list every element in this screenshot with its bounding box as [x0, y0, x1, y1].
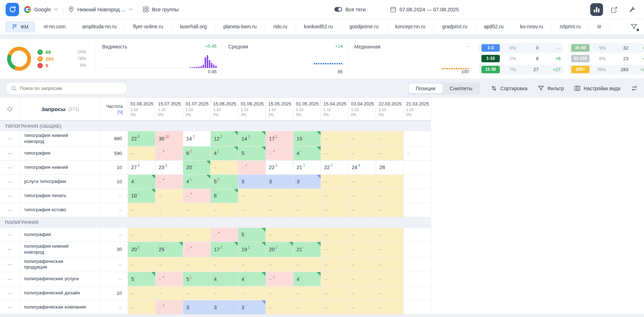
- position-cell[interactable]: --: [183, 286, 211, 300]
- row-handle[interactable]: —: [0, 272, 20, 286]
- row-handle[interactable]: —: [0, 228, 20, 242]
- position-cell[interactable]: --: [376, 272, 404, 286]
- project-tab[interactable]: apd52.ru: [476, 19, 512, 34]
- groups-selector[interactable]: Все группы: [143, 6, 179, 12]
- row-handle[interactable]: —: [0, 189, 20, 203]
- position-cell[interactable]: --: [349, 146, 376, 161]
- query-cell[interactable]: типография печать: [20, 189, 100, 203]
- position-cell[interactable]: --: [266, 189, 293, 203]
- row-handle[interactable]: —: [0, 175, 20, 189]
- position-cell[interactable]: 52: [211, 175, 238, 189]
- position-cell[interactable]: 233: [156, 161, 183, 175]
- chart-view-button[interactable]: [590, 3, 603, 16]
- position-cell[interactable]: --: [293, 257, 321, 272]
- position-cell[interactable]: --: [321, 272, 349, 286]
- position-cell[interactable]: --: [156, 257, 183, 272]
- position-cell[interactable]: --: [293, 228, 321, 242]
- queries-column-header[interactable]: Запросы (371): [20, 98, 100, 121]
- search-input[interactable]: [20, 86, 122, 91]
- position-cell[interactable]: 51: [183, 272, 211, 286]
- tab-positions[interactable]: Позиции: [409, 83, 443, 93]
- position-cell[interactable]: --: [238, 189, 266, 203]
- position-cell[interactable]: 3016: [156, 131, 183, 146]
- row-handle[interactable]: —: [0, 161, 20, 175]
- position-cell[interactable]: 4↑: [293, 146, 321, 161]
- tools-button[interactable]: [626, 3, 638, 16]
- position-cell[interactable]: --: [211, 161, 238, 175]
- position-cell[interactable]: --×: [238, 161, 266, 175]
- row-handle[interactable]: —: [0, 131, 20, 146]
- position-cell[interactable]: --×: [211, 228, 238, 242]
- position-cell[interactable]: --: [183, 203, 211, 217]
- position-cell[interactable]: --: [376, 257, 404, 272]
- position-cell[interactable]: 191: [238, 242, 266, 257]
- position-cell[interactable]: 41: [183, 175, 211, 189]
- position-cell[interactable]: 3↑: [238, 300, 266, 315]
- position-cell[interactable]: --: [349, 131, 376, 146]
- position-cell[interactable]: 5↑: [238, 228, 266, 242]
- position-cell[interactable]: --: [238, 286, 266, 300]
- row-handle[interactable]: —: [0, 146, 20, 161]
- position-cell[interactable]: 221: [266, 161, 293, 175]
- app-logo[interactable]: [6, 3, 19, 16]
- project-tab[interactable]: goodprime.ru: [341, 19, 387, 34]
- position-cell[interactable]: 142: [183, 131, 211, 146]
- position-cell[interactable]: 211: [293, 161, 321, 175]
- tags-toggle[interactable]: Все теги: [334, 7, 365, 12]
- query-cell[interactable]: типография кстово: [20, 203, 100, 217]
- column-header-date[interactable]: 15.04.20251-100%: [321, 98, 349, 121]
- position-cell[interactable]: --: [293, 300, 321, 315]
- position-cell[interactable]: --: [376, 189, 404, 203]
- column-header-date[interactable]: 15.05.20251-101%: [266, 98, 293, 121]
- position-cell[interactable]: 10↑: [128, 189, 156, 203]
- column-header-date[interactable]: 01.07.20251-102%: [183, 98, 211, 121]
- row-handle[interactable]: —: [0, 300, 20, 315]
- region-selector[interactable]: Нижний Новгород ...: [68, 6, 133, 13]
- position-cell[interactable]: --: [211, 286, 238, 300]
- position-cell[interactable]: 62: [183, 146, 211, 161]
- tab-snippets[interactable]: Сниппеты: [443, 83, 480, 93]
- position-cell[interactable]: --: [376, 203, 404, 217]
- export-button[interactable]: [608, 3, 621, 16]
- position-cell[interactable]: --: [321, 146, 349, 161]
- position-cell[interactable]: --: [321, 203, 349, 217]
- column-header-date[interactable]: 01.05.20251-103%: [293, 98, 321, 121]
- position-cell[interactable]: 244: [349, 161, 376, 175]
- project-tab[interactable]: rido.ru: [265, 19, 296, 34]
- position-cell[interactable]: --: [293, 189, 321, 203]
- query-cell[interactable]: полиграфические услуги: [20, 272, 100, 286]
- project-tab[interactable]: nrlprint.ru: [552, 19, 589, 34]
- position-cell[interactable]: --: [211, 257, 238, 272]
- project-tab[interactable]: planeta-bam.ru: [215, 19, 265, 34]
- position-cell[interactable]: 15↑: [293, 131, 321, 146]
- position-cell[interactable]: --: [266, 257, 293, 272]
- position-cell[interactable]: 3: [183, 300, 211, 315]
- position-cell[interactable]: --: [211, 203, 238, 217]
- query-cell[interactable]: типография нижний новгород: [20, 131, 100, 146]
- query-cell[interactable]: типография нижний: [20, 161, 100, 175]
- query-cell[interactable]: полиграфический дизайн: [20, 286, 100, 300]
- position-cell[interactable]: 20↑: [183, 161, 211, 175]
- query-cell[interactable]: полиграфия нижний новгород: [20, 242, 100, 257]
- position-cell[interactable]: 3: [238, 175, 266, 189]
- position-cell[interactable]: --: [183, 257, 211, 272]
- query-cell[interactable]: полиграфическая продукция: [20, 257, 100, 272]
- query-cell[interactable]: типография: [20, 146, 100, 161]
- position-cell[interactable]: --: [349, 272, 376, 286]
- position-cell[interactable]: 172: [211, 242, 238, 257]
- position-cell[interactable]: --: [128, 257, 156, 272]
- position-cell[interactable]: --: [156, 286, 183, 300]
- column-header-date[interactable]: 01.06.20251-103%: [238, 98, 266, 121]
- position-cell[interactable]: --: [349, 286, 376, 300]
- column-header-date[interactable]: 15.06.20251-102%: [211, 98, 238, 121]
- project-tab[interactable]: amplituda-nn.ru: [74, 19, 125, 34]
- column-header-date[interactable]: 21.03.20251-100%: [404, 98, 431, 121]
- project-tab[interactable]: ko-nnov.ru: [512, 19, 552, 34]
- column-header-date[interactable]: 01.08.20251-102%: [128, 98, 156, 121]
- position-cell[interactable]: --: [321, 242, 349, 257]
- frequency-unit[interactable]: [Ч]: [117, 110, 123, 115]
- position-cell[interactable]: --: [349, 175, 376, 189]
- column-header-date[interactable]: 03.04.20251-100%: [349, 98, 376, 121]
- position-cell[interactable]: 4↑: [128, 175, 156, 189]
- row-handle[interactable]: —: [0, 286, 20, 300]
